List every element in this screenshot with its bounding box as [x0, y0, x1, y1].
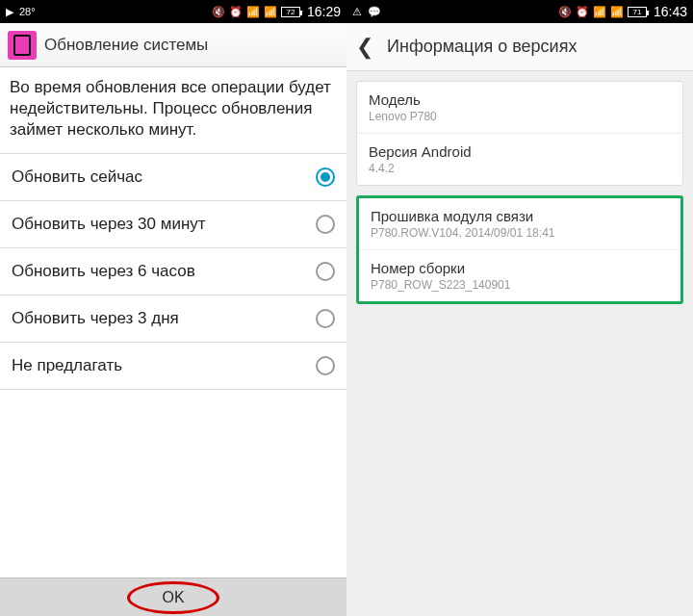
- alarm-icon: ⏰: [576, 6, 589, 18]
- battery-icon: 72: [281, 7, 300, 17]
- row-value: Lenovo P780: [369, 110, 671, 123]
- app-title: Обновление системы: [44, 36, 208, 55]
- row-value: 4.4.2: [369, 162, 671, 175]
- option-update-6h[interactable]: Обновить через 6 часов: [0, 247, 346, 295]
- ok-button[interactable]: OK: [0, 578, 346, 616]
- row-android-version[interactable]: Версия Android 4.4.2: [357, 134, 682, 185]
- radio-icon: [316, 215, 335, 234]
- app-icon: [8, 31, 37, 60]
- signal-icon: 📶: [264, 6, 277, 18]
- status-bar-right: ⚠ 💬 🔇 ⏰ 📶 📶 71 16:43: [346, 0, 693, 23]
- info-group-1: Модель Lenovo P780 Версия Android 4.4.2: [356, 81, 683, 186]
- page-title: Информация о версиях: [387, 37, 577, 57]
- radio-icon: [316, 309, 335, 328]
- left-screenshot: ▶ 28° 🔇 ⏰ 📶 📶 72 16:29 Обновление систем…: [0, 0, 346, 616]
- row-value: P780.ROW.V104, 2014/09/01 18:41: [371, 226, 669, 240]
- chat-icon: 💬: [368, 6, 381, 18]
- info-group-highlighted: Прошивка модуля связи P780.ROW.V104, 201…: [356, 195, 683, 304]
- radio-icon: [316, 356, 335, 375]
- status-bar-left: ▶ 28° 🔇 ⏰ 📶 📶 72 16:29: [0, 0, 346, 23]
- option-label: Обновить через 6 часов: [12, 262, 195, 281]
- radio-icon: [316, 167, 335, 187]
- battery-icon: 71: [628, 7, 647, 17]
- ok-label: OK: [162, 589, 184, 606]
- row-label: Версия Android: [369, 143, 671, 160]
- signal-icon: 📶: [610, 6, 624, 18]
- warning-icon: ⚠: [352, 6, 362, 18]
- wifi-icon: 📶: [593, 6, 606, 18]
- alarm-icon: ⏰: [229, 6, 243, 18]
- option-update-now[interactable]: Обновить сейчас: [0, 153, 346, 201]
- clock: 16:43: [654, 4, 687, 19]
- row-label: Прошивка модуля связи: [371, 208, 669, 224]
- mute-icon: 🔇: [558, 6, 572, 18]
- row-model[interactable]: Модель Lenovo P780: [357, 82, 682, 134]
- radio-icon: [316, 262, 335, 281]
- option-update-3d[interactable]: Обновить через 3 дня: [0, 295, 346, 343]
- temperature: 28°: [19, 6, 36, 17]
- update-description: Во время обновления все операции будет н…: [0, 67, 346, 154]
- mute-icon: 🔇: [212, 6, 225, 18]
- play-icon: ▶: [6, 6, 13, 18]
- option-label: Обновить через 30 минут: [12, 215, 206, 234]
- option-update-30min[interactable]: Обновить через 30 минут: [0, 200, 346, 248]
- row-baseband[interactable]: Прошивка модуля связи P780.ROW.V104, 201…: [359, 198, 680, 250]
- update-options-list: Обновить сейчас Обновить через 30 минут …: [0, 154, 346, 390]
- row-value: P780_ROW_S223_140901: [371, 278, 669, 292]
- clock: 16:29: [307, 4, 341, 19]
- app-header: Обновление системы: [0, 23, 346, 67]
- settings-header: ❮ Информация о версиях: [346, 23, 693, 71]
- back-icon[interactable]: ❮: [356, 35, 373, 60]
- row-build-number[interactable]: Номер сборки P780_ROW_S223_140901: [359, 250, 680, 301]
- option-never[interactable]: Не предлагать: [0, 342, 346, 390]
- option-label: Не предлагать: [12, 356, 122, 375]
- right-screenshot: ⚠ 💬 🔇 ⏰ 📶 📶 71 16:43 ❮ Информация о верс…: [346, 0, 693, 616]
- wifi-icon: 📶: [246, 6, 260, 18]
- row-label: Модель: [369, 91, 671, 108]
- row-label: Номер сборки: [371, 260, 669, 276]
- option-label: Обновить через 3 дня: [12, 309, 179, 328]
- version-info-list: Модель Lenovo P780 Версия Android 4.4.2 …: [346, 71, 693, 323]
- option-label: Обновить сейчас: [12, 167, 142, 187]
